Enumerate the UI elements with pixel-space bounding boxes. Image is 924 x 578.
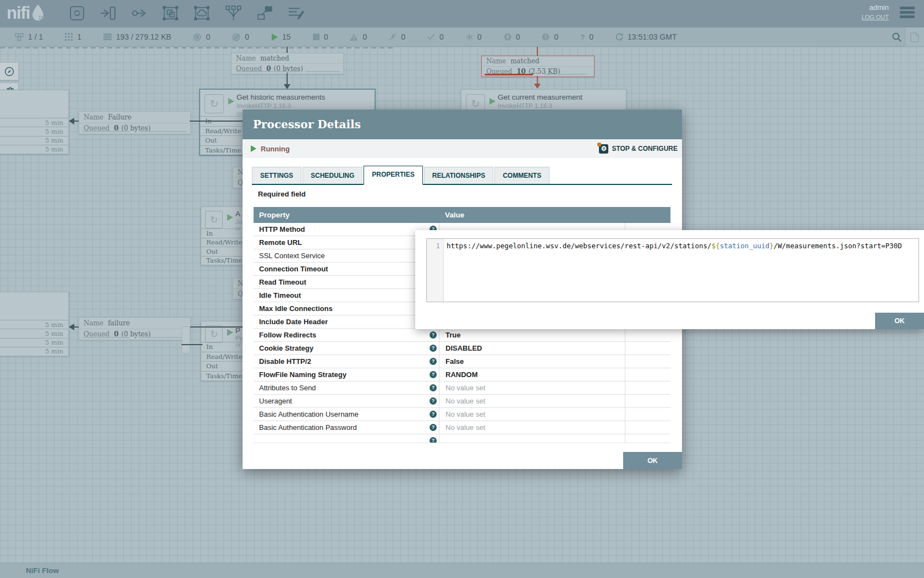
processor-offscreen-left-upper[interactable]: In5 minRead/Write5 minOut5 minTasks/Time…: [0, 90, 69, 154]
processor-stats: In5 minRead/Write5 minOut5 minTasks/Time…: [0, 118, 68, 154]
help-icon[interactable]: ?: [430, 358, 437, 365]
connection-line: [74, 121, 79, 122]
property-actions: [625, 368, 670, 381]
help-icon[interactable]: ?: [430, 371, 437, 378]
property-value[interactable]: No value set: [439, 395, 625, 407]
property-value[interactable]: No value set: [439, 408, 625, 421]
run-status-icon: [227, 329, 233, 336]
required-field-note: Required field: [258, 190, 306, 198]
property-value[interactable]: No value set: [439, 421, 625, 434]
tab-scheduling[interactable]: SCHEDULING: [302, 167, 362, 184]
logout-link[interactable]: LOG OUT: [861, 14, 889, 20]
dialog-ok-button[interactable]: OK: [623, 452, 682, 469]
status-up-to-date-icon: [427, 34, 435, 40]
stat-value: 5 min: [45, 119, 63, 127]
toolbox-funnel-icon[interactable]: [225, 6, 242, 21]
property-help: ?: [427, 345, 439, 352]
toolbox-remote-process-group-icon[interactable]: [194, 6, 211, 21]
property-row: Cookie Strategy?DISABLED: [254, 342, 670, 355]
connection-line: [190, 121, 245, 122]
property-value[interactable]: False: [439, 355, 625, 368]
queue-percent-bar: [139, 337, 187, 338]
help-icon[interactable]: ?: [430, 437, 437, 443]
property-help: ?: [427, 371, 439, 378]
tab-comments[interactable]: COMMENTS: [494, 167, 549, 184]
status-cluster-icon: [15, 33, 24, 41]
property-value-text: RANDOM: [446, 370, 478, 379]
property-row: Follow Redirects?True: [254, 329, 670, 342]
stat-value: 5 min: [45, 330, 63, 337]
toolbox-input-port-icon[interactable]: [100, 6, 117, 21]
help-icon[interactable]: ?: [430, 384, 437, 391]
property-value[interactable]: True: [439, 329, 625, 341]
dialog-header: Processor Details: [243, 110, 682, 139]
property-value-placeholder: No value set: [446, 384, 485, 392]
status-item-disabled: 0: [389, 32, 405, 41]
toolbox-processor-icon[interactable]: [68, 6, 85, 21]
help-icon[interactable]: ?: [430, 331, 437, 339]
property-name: Basic Authentication Password: [254, 423, 427, 432]
property-help: ?: [427, 358, 439, 365]
connection-label-failure-lower[interactable]: Namefailure Queued0(0 bytes): [79, 317, 191, 340]
property-help: ?: [427, 424, 439, 431]
property-value[interactable]: No value set: [439, 381, 625, 394]
connection-line: [74, 326, 79, 328]
processor-stat-row: Read/Write5 min: [0, 329, 68, 337]
toolbox-process-group-icon[interactable]: [162, 6, 179, 21]
nifi-logo: nifi: [7, 4, 46, 23]
toolbox-label-icon[interactable]: [288, 6, 305, 21]
status-item-locally-modified: 0: [466, 32, 482, 41]
status-not-transmitting-value: 0: [245, 32, 249, 41]
status-item-transmitting: 0: [193, 32, 210, 41]
tab-relationships[interactable]: RELATIONSHIPS: [424, 167, 493, 184]
connection-name-label: Name: [236, 54, 256, 62]
nifi-droplet-icon: [30, 4, 46, 21]
connection-arrow: [534, 84, 541, 89]
stat-value: 5 min: [45, 321, 63, 329]
connection-line: [190, 326, 245, 328]
processor-stat-row: In5 min: [0, 118, 68, 127]
flow-settings-button[interactable]: [905, 28, 924, 47]
stat-label: Read/Write: [206, 238, 242, 246]
editor-code-line[interactable]: https://www.pegelonline.wsv.de/webservic…: [444, 239, 919, 302]
property-name: Basic Authentication Username: [254, 410, 427, 418]
property-name: Include Date Header: [254, 318, 427, 326]
property-value-editor: 1 https://www.pegelonline.wsv.de/webserv…: [415, 230, 924, 329]
global-menu-icon[interactable]: [900, 7, 915, 20]
tab-properties[interactable]: PROPERTIES: [364, 166, 422, 185]
navigate-palette-button[interactable]: [0, 62, 19, 80]
help-icon[interactable]: ?: [430, 411, 437, 418]
editor-ok-button[interactable]: OK: [875, 313, 924, 329]
property-value[interactable]: DISABLED: [439, 342, 625, 355]
status-not-transmitting-icon: [232, 33, 240, 41]
property-name: Read Timeout: [254, 278, 427, 286]
stop-configure-button[interactable]: ⚙ STOP & CONFIGURE: [599, 139, 678, 158]
connection-line: [537, 76, 538, 84]
property-value[interactable]: [439, 434, 625, 443]
url-segment-bracket: }: [769, 242, 774, 250]
connection-label-matched-historic[interactable]: Namematched Queued0(0 bytes): [231, 53, 344, 74]
tab-settings[interactable]: SETTINGS: [252, 167, 301, 184]
queue-percent-bar: [82, 131, 129, 132]
selection-dashed-edge: [0, 47, 396, 48]
connection-line: [182, 344, 202, 345]
property-name: HTTP Method: [254, 225, 427, 233]
help-icon[interactable]: ?: [430, 345, 437, 352]
help-icon[interactable]: ?: [430, 424, 437, 431]
help-icon[interactable]: ?: [430, 397, 437, 405]
stat-label: Read/Write: [206, 353, 242, 361]
toolbox-template-icon[interactable]: [256, 6, 273, 21]
toolbox-output-port-icon[interactable]: [131, 6, 148, 21]
property-name: Idle Timeout: [254, 291, 427, 299]
user-block: admin LOG OUT: [861, 3, 889, 21]
stat-value: 5 min: [45, 339, 63, 346]
search-icon[interactable]: [892, 32, 902, 45]
connection-label-failure-upper[interactable]: NameFailure Queued0(0 bytes): [79, 111, 191, 134]
status-item-sync-failure: ?0: [580, 32, 593, 41]
property-value[interactable]: RANDOM: [439, 368, 625, 381]
processor-stat-row: Out5 min: [0, 338, 68, 347]
connection-label-matched-current[interactable]: Namematched Queued10(2.53 KB): [481, 56, 595, 77]
value-column-header: Value: [439, 211, 625, 219]
processor-offscreen-left-lower[interactable]: In5 minRead/Write5 minOut5 minTasks/Time…: [0, 292, 69, 356]
breadcrumb-root[interactable]: NiFi Flow: [26, 563, 59, 578]
